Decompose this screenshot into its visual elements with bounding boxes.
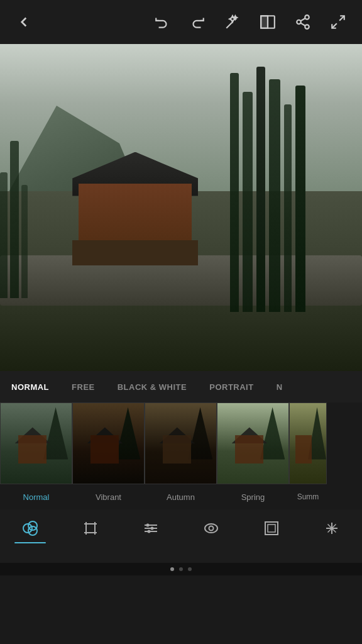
- tool-adjust[interactable]: [132, 517, 170, 540]
- svg-point-30: [209, 526, 214, 531]
- filter-name-summer[interactable]: Summ: [289, 484, 327, 509]
- svg-rect-31: [265, 522, 278, 535]
- filter-name-autumn[interactable]: Autumn: [145, 484, 217, 509]
- top-toolbar: [0, 0, 362, 44]
- svg-point-28: [148, 530, 151, 533]
- adjust-icon: [140, 517, 162, 540]
- tab-more[interactable]: N: [272, 379, 288, 395]
- filter-name-spring[interactable]: Spring: [217, 484, 289, 509]
- tool-crop[interactable]: [72, 517, 109, 540]
- filter-thumb-vibrant[interactable]: [72, 402, 145, 484]
- effects-icon: [19, 517, 41, 540]
- redo-button[interactable]: [186, 11, 209, 33]
- svg-line-10: [332, 23, 337, 28]
- svg-point-6: [305, 25, 309, 29]
- filter-thumb-spring[interactable]: [217, 402, 289, 484]
- dot-1: [170, 567, 174, 571]
- filter-thumb-autumn[interactable]: [145, 402, 217, 484]
- tab-bw[interactable]: BLACK & WHITE: [112, 379, 192, 395]
- magic-wand-button[interactable]: [221, 11, 244, 33]
- bottom-toolbar: [0, 509, 362, 563]
- dot-3: [188, 567, 192, 571]
- share-button[interactable]: [292, 11, 314, 33]
- svg-point-5: [297, 20, 301, 25]
- tab-free[interactable]: FREE: [67, 379, 100, 395]
- filter-thumbnails-row: [0, 402, 362, 484]
- tool-frame[interactable]: [253, 517, 290, 540]
- svg-rect-14: [86, 524, 95, 533]
- svg-point-26: [146, 524, 150, 527]
- back-button[interactable]: [13, 11, 35, 33]
- tab-normal[interactable]: NORMAL: [6, 379, 54, 395]
- tab-portrait[interactable]: PORTRAIT: [204, 379, 258, 395]
- bottom-nav-dots: [0, 563, 362, 575]
- heal-icon: [321, 517, 343, 540]
- filter-preset-names: Normal Vibrant Autumn Spring Summ: [0, 484, 362, 509]
- svg-line-0: [226, 22, 233, 28]
- toolbar-center-icons: [151, 11, 349, 33]
- svg-point-27: [151, 527, 154, 530]
- tool-tone[interactable]: [192, 517, 230, 540]
- svg-point-29: [205, 524, 217, 533]
- trees-group: [230, 60, 343, 312]
- fullscreen-button[interactable]: [327, 11, 349, 33]
- tone-icon: [200, 517, 222, 540]
- filter-thumb-normal[interactable]: [0, 402, 72, 484]
- dot-2: [179, 567, 183, 571]
- filter-name-normal[interactable]: Normal: [0, 484, 72, 509]
- active-indicator-effects: [14, 542, 46, 543]
- svg-line-8: [300, 18, 305, 21]
- building: [72, 152, 198, 265]
- crop-icon: [79, 517, 102, 540]
- filter-name-vibrant[interactable]: Vibrant: [72, 484, 145, 509]
- frame-icon: [260, 517, 283, 540]
- svg-point-4: [305, 15, 309, 19]
- svg-rect-32: [268, 525, 275, 532]
- undo-button[interactable]: [151, 11, 173, 33]
- svg-rect-3: [261, 16, 268, 28]
- svg-line-9: [339, 16, 344, 21]
- building-lower: [72, 240, 198, 265]
- compare-button[interactable]: [256, 11, 279, 33]
- svg-point-11: [23, 524, 32, 533]
- trees-left: [0, 109, 63, 298]
- tool-heal[interactable]: [313, 517, 351, 540]
- main-photo: [0, 44, 362, 371]
- filter-category-tabs: NORMAL FREE BLACK & WHITE PORTRAIT N: [0, 371, 362, 402]
- tool-effects[interactable]: [11, 517, 49, 543]
- filter-thumb-summer[interactable]: [289, 402, 327, 484]
- svg-line-7: [300, 23, 305, 26]
